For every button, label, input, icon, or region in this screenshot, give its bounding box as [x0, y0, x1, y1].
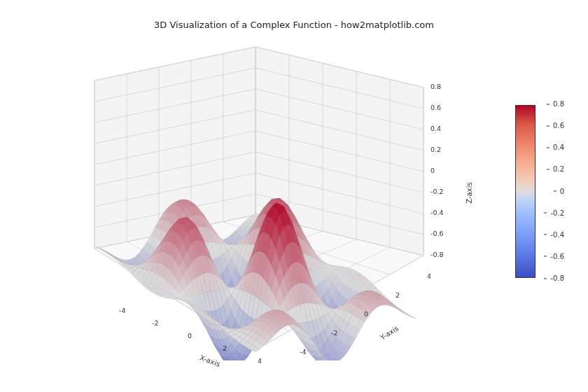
- x-tick: -2: [152, 319, 158, 327]
- cb-tick: 0.8: [553, 100, 564, 108]
- cb-tick: 0.2: [553, 165, 564, 173]
- figure: 3D Visualization of a Complex Function -…: [0, 0, 588, 392]
- y-tick: -2: [331, 329, 337, 337]
- z-tick: -0.6: [430, 230, 444, 237]
- svg-marker-977: [396, 307, 405, 314]
- x-tick: 0: [188, 332, 192, 340]
- cb-tick: 0.6: [553, 122, 564, 130]
- z-axis-label: Z-axis: [465, 182, 473, 203]
- x-tick: 4: [258, 357, 262, 365]
- y-tick: 4: [427, 272, 431, 280]
- x-tick: -4: [119, 307, 125, 314]
- x-tick: 2: [223, 344, 227, 352]
- cb-tick: -0.6: [550, 252, 564, 260]
- cb-tick: -0.2: [550, 209, 564, 216]
- z-tick: 0: [430, 167, 435, 174]
- z-tick: -0.8: [430, 251, 444, 258]
- z-tick: 0.2: [430, 146, 441, 153]
- svg-marker-902: [405, 313, 413, 318]
- y-tick: 2: [396, 291, 400, 299]
- colorbar-gradient: [516, 106, 535, 277]
- cb-tick: 0: [560, 187, 564, 195]
- svg-marker-1013: [393, 304, 401, 312]
- z-tick: 0.4: [430, 125, 441, 132]
- svg-marker-863: [409, 315, 417, 318]
- axes3d[interactable]: [46, 38, 472, 360]
- cb-tick: -0.4: [550, 230, 564, 238]
- z-tick: 0.6: [430, 104, 441, 111]
- z-tick: 0.8: [430, 83, 441, 90]
- y-tick: -4: [300, 348, 306, 356]
- chart-title: 3D Visualization of a Complex Function -…: [0, 20, 588, 30]
- colorbar: [515, 105, 536, 278]
- cb-tick: 0.4: [553, 144, 564, 151]
- cb-tick: -0.8: [550, 274, 564, 282]
- z-tick: -0.2: [430, 188, 444, 195]
- z-tick: -0.4: [430, 209, 444, 216]
- axes3d-svg: [46, 38, 472, 360]
- y-tick: 0: [364, 310, 368, 318]
